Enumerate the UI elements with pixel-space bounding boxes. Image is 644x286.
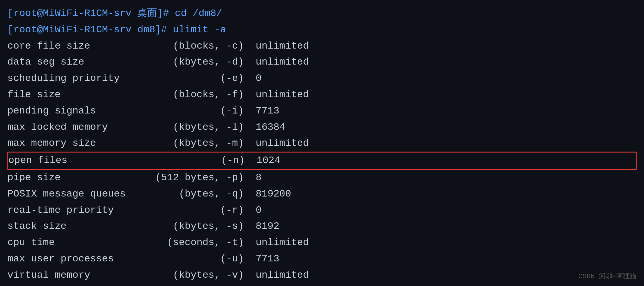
output-row: file size (blocks, -f) unlimited (7, 87, 637, 103)
prompt-line: [root@MiWiFi-R1CM-srv 桌面]# cd /dm8/ (7, 6, 637, 22)
output-row: max user processes (-u) 7713 (7, 251, 637, 267)
output-row: pipe size (512 bytes, -p) 8 (7, 170, 637, 186)
output-row: data seg size (kbytes, -d) unlimited (7, 54, 637, 70)
output-row: pending signals (-i) 7713 (7, 103, 637, 119)
output-row: max memory size (kbytes, -m) unlimited (7, 135, 637, 152)
output-row: core file size (blocks, -c) unlimited (7, 38, 637, 54)
prompt-line: [root@MiWiFi-R1CM-srv dm8]# ulimit -a (7, 22, 637, 38)
highlighted-output-row: open files (-n) 1024 (7, 152, 637, 170)
output-row: POSIX message queues (bytes, -q) 819200 (7, 186, 637, 202)
output-row: cpu time (seconds, -t) unlimited (7, 235, 637, 251)
output-row: scheduling priority (-e) 0 (7, 70, 637, 87)
output-row: stack size (kbytes, -s) 8192 (7, 218, 637, 235)
output-row: virtual memory (kbytes, -v) unlimited (7, 267, 637, 284)
output-row: file locks (-x) unlimited (7, 284, 637, 286)
output-row: real-time priority (-r) 0 (7, 202, 637, 219)
watermark: CSDN @我叫阿狸猫 (578, 271, 637, 282)
terminal-window: [root@MiWiFi-R1CM-srv 桌面]# cd /dm8/[root… (0, 0, 644, 286)
output-row: max locked memory (kbytes, -l) 16384 (7, 119, 637, 136)
